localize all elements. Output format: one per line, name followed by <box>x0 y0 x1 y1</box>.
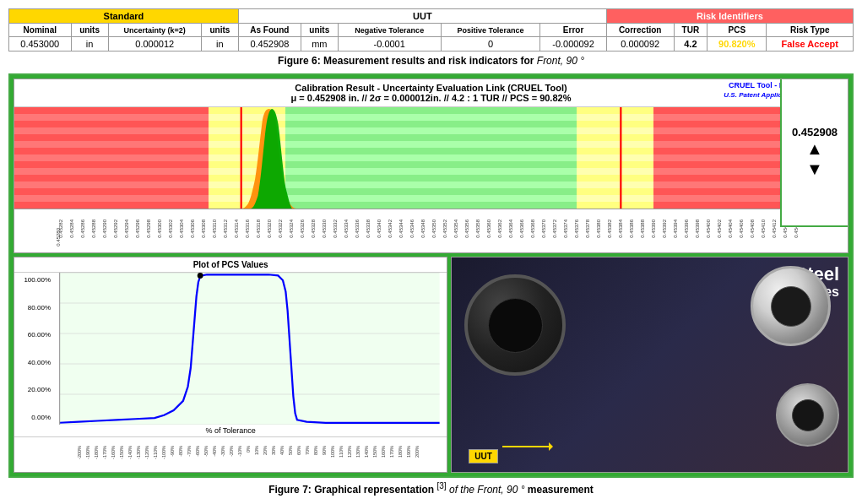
ring-3 <box>776 383 839 447</box>
svg-text:-50%: -50% <box>203 446 209 457</box>
figure6-italic: Front, 90 ° <box>537 55 584 67</box>
svg-text:20%: 20% <box>263 446 268 455</box>
cell-neg-tol: -0.0001 <box>338 37 441 51</box>
svg-text:-40%: -40% <box>212 446 217 457</box>
x-axis-label: % of Tolerance <box>14 425 447 436</box>
svg-text:0.45402: 0.45402 <box>717 219 722 237</box>
svg-text:0.45332: 0.45332 <box>333 219 338 237</box>
svg-text:160%: 160% <box>381 446 386 458</box>
col-error: Error <box>540 24 606 37</box>
svg-text:-80%: -80% <box>178 446 183 457</box>
svg-text:150%: 150% <box>372 446 377 458</box>
svg-text:0.45360: 0.45360 <box>486 219 491 237</box>
svg-text:0.45368: 0.45368 <box>530 219 535 237</box>
svg-text:0.45288: 0.45288 <box>91 219 96 237</box>
x-axis-labels: 0.45280 0.45282 0.45284 0.45286 0.45288 … <box>14 209 848 252</box>
y-axis-labels: 100.00% 80.00% 60.00% 40.00% 20.00% 0.00… <box>14 273 52 425</box>
col-tur: TUR <box>674 24 707 37</box>
bar-red-left <box>14 107 209 209</box>
svg-text:-30%: -30% <box>220 446 225 457</box>
svg-text:0.45378: 0.45378 <box>585 219 590 237</box>
svg-text:0.45408: 0.45408 <box>750 219 755 237</box>
svg-text:0.45282: 0.45282 <box>58 219 63 237</box>
cal-chart-title: Calibration Result - Uncertainty Evaluat… <box>18 83 844 93</box>
uut-badge: UUT <box>469 449 498 463</box>
svg-text:-20%: -20% <box>229 446 234 457</box>
y-label-0: 0.00% <box>16 414 51 421</box>
svg-text:0.45392: 0.45392 <box>662 219 667 237</box>
cell-risk-type: False Accept <box>767 37 854 51</box>
svg-text:40%: 40% <box>279 446 285 455</box>
figure6-label: Figure 6: <box>278 55 321 67</box>
figure7-italic: of the Front, 90 ° <box>449 484 525 496</box>
figure7-superscript: [3] <box>437 481 447 490</box>
svg-text:0.45312: 0.45312 <box>223 219 228 237</box>
pcs-x-axis-svg: -200% -190% -180% -170% -160% -150% -140… <box>52 439 447 472</box>
svg-text:0.45340: 0.45340 <box>377 219 382 237</box>
cell-error: -0.000092 <box>540 37 606 51</box>
svg-point-78 <box>198 273 203 279</box>
svg-text:0.45348: 0.45348 <box>420 219 426 237</box>
svg-text:190%: 190% <box>406 446 411 458</box>
svg-text:0.45388: 0.45388 <box>640 219 645 237</box>
svg-marker-122 <box>549 442 553 451</box>
svg-text:-70%: -70% <box>187 446 192 457</box>
svg-text:130%: 130% <box>355 446 361 458</box>
col-uncertainty: Uncertainty (k=2) <box>108 24 201 37</box>
pcs-x-ticks: -200% -190% -180% -170% -160% -150% -140… <box>14 436 447 472</box>
svg-text:0.45376: 0.45376 <box>574 219 579 237</box>
svg-text:-200%: -200% <box>77 446 82 459</box>
y-label-80: 80.00% <box>16 304 51 312</box>
cell-as-found: 0.452908 <box>238 37 301 51</box>
cal-chart-wrapper: Calibration Result - Uncertainty Evaluat… <box>14 79 848 253</box>
figure7-caption: Figure 7: Graphical representation [3] o… <box>8 481 854 496</box>
col-correction: Correction <box>606 24 674 37</box>
svg-text:-180%: -180% <box>94 446 99 459</box>
ring-1-hole <box>488 298 543 353</box>
svg-text:0.45284: 0.45284 <box>69 219 74 237</box>
svg-text:-100%: -100% <box>161 446 166 459</box>
svg-text:0.45314: 0.45314 <box>234 219 239 237</box>
pcs-chart-inner: 100.00% 80.00% 60.00% 40.00% 20.00% 0.00… <box>14 273 447 425</box>
svg-text:-140%: -140% <box>127 446 133 459</box>
col-pcs: PCS <box>707 24 767 37</box>
svg-text:170%: 170% <box>389 446 394 458</box>
cell-correction: 0.000092 <box>606 37 674 51</box>
svg-text:0.45352: 0.45352 <box>442 219 447 237</box>
col-pos-tol: Positive Tolerance <box>441 24 540 37</box>
svg-text:50%: 50% <box>288 446 293 455</box>
col-units1: units <box>71 24 108 37</box>
svg-text:80%: 80% <box>313 446 318 455</box>
svg-text:0.45356: 0.45356 <box>464 219 469 237</box>
svg-text:0.45298: 0.45298 <box>146 219 151 237</box>
svg-text:0.45362: 0.45362 <box>497 219 502 237</box>
svg-text:110%: 110% <box>339 446 344 458</box>
svg-text:0.45316: 0.45316 <box>245 219 250 237</box>
svg-text:0.45300: 0.45300 <box>157 219 162 237</box>
svg-text:0.45310: 0.45310 <box>212 219 217 237</box>
svg-text:0.45326: 0.45326 <box>300 219 305 237</box>
col-neg-tol: Negative Tolerance <box>338 24 441 37</box>
pcs-chart-svg <box>52 273 447 425</box>
x-axis-svg: 0.45280 0.45282 0.45284 0.45286 0.45288 … <box>14 211 848 252</box>
svg-text:0.45334: 0.45334 <box>344 219 349 237</box>
pcs-chart: Plot of PCS Values 100.00% 80.00% 60.00%… <box>14 257 447 473</box>
right-value-display: 0.452908 ▲ ▼ <box>780 79 848 227</box>
ring-2 <box>751 266 831 346</box>
svg-text:-160%: -160% <box>111 446 116 459</box>
scroll-down-arrow[interactable]: ▼ <box>806 159 823 179</box>
svg-text:100%: 100% <box>330 446 335 458</box>
svg-text:0.45350: 0.45350 <box>431 219 436 237</box>
svg-text:120%: 120% <box>347 446 352 458</box>
bar-yellow-right <box>577 107 653 209</box>
figure6-caption-text: Measurement results and risk indicators … <box>321 55 537 67</box>
svg-text:0.45394: 0.45394 <box>673 219 678 237</box>
svg-text:0.45290: 0.45290 <box>102 219 107 237</box>
scroll-up-arrow[interactable]: ▲ <box>806 138 823 159</box>
col-units2: units <box>201 24 238 37</box>
svg-text:0.45304: 0.45304 <box>179 219 184 237</box>
svg-text:-90%: -90% <box>170 446 175 457</box>
cell-units3: mm <box>301 37 338 51</box>
svg-text:0.45330: 0.45330 <box>322 219 327 237</box>
y-label-20: 20.00% <box>16 386 51 393</box>
